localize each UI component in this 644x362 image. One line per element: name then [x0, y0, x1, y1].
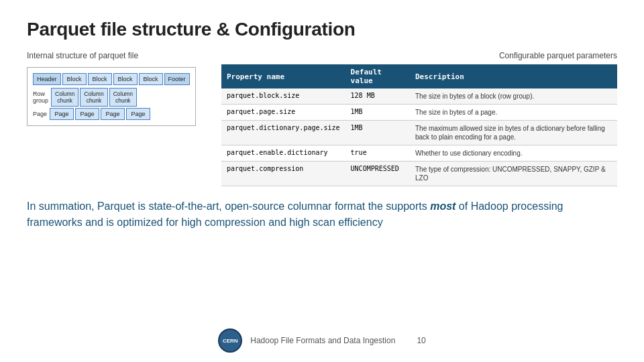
diagram-container: Header Block Block Block Block Footer Ro…	[27, 67, 196, 126]
slide-title: Parquet file structure & Configuration	[27, 19, 617, 40]
cell-default: 1MB	[345, 121, 410, 145]
cell-property: parquet.block.size	[221, 88, 345, 105]
summary-before: In summation, Parquet is state-of-the-ar…	[27, 200, 430, 212]
summary-italic: most	[430, 200, 455, 212]
block-cell-4: Block	[139, 73, 163, 85]
cell-description: The size in bytes of a page.	[410, 105, 617, 121]
table-row: parquet.block.size128 MBThe size in byte…	[221, 88, 617, 105]
col-chunk-1: Columnchunk	[51, 88, 78, 107]
cell-description: The maximum allowed size in bytes of a d…	[410, 121, 617, 145]
cell-default: 128 MB	[345, 88, 410, 105]
table-row: parquet.compressionUNCOMPRESSEDThe type …	[221, 162, 617, 186]
col-chunk-3: Columnchunk	[109, 88, 137, 107]
cell-default: UNCOMPRESSED	[345, 162, 410, 186]
th-property: Property name	[221, 64, 345, 88]
logo-text: CERN	[223, 338, 238, 344]
col-chunk-2: Columnchunk	[80, 88, 107, 107]
right-panel: Configurable parquet parameters Property…	[221, 51, 617, 186]
page-cell-1: Page	[50, 108, 74, 120]
footer-cell: Footer	[164, 73, 190, 85]
block-cell-3: Block	[113, 73, 138, 85]
page-cell-3: Page	[101, 108, 125, 120]
row-group-label: Rowgroup	[33, 90, 48, 104]
left-panel: Internal structure of parquet file Heade…	[27, 51, 201, 126]
cell-property: parquet.compression	[221, 162, 345, 186]
cell-property: parquet.enable.dictionary	[221, 145, 345, 162]
internal-label: Internal structure of parquet file	[27, 51, 201, 60]
slide: Parquet file structure & Configuration I…	[0, 0, 644, 362]
cell-property: parquet.page.size	[221, 105, 345, 121]
footer-page: 10	[417, 336, 425, 345]
content-area: Internal structure of parquet file Heade…	[27, 51, 617, 186]
block-cell-2: Block	[88, 73, 112, 85]
th-description: Description	[410, 64, 617, 88]
cell-description: The size in bytes of a block (row group)…	[410, 88, 617, 105]
summary-text: In summation, Parquet is state-of-the-ar…	[27, 198, 617, 231]
table-row: parquet.page.size1MBThe size in bytes of…	[221, 105, 617, 121]
footer: CERN Hadoop File Formats and Data Ingest…	[0, 328, 644, 353]
params-table: Property name Default value Description …	[221, 64, 617, 186]
footer-label: Hadoop File Formats and Data Ingestion	[250, 336, 395, 345]
cell-property: parquet.dictionary.page.size	[221, 121, 345, 145]
cell-default: true	[345, 145, 410, 162]
page-cell-4: Page	[126, 108, 150, 120]
table-row: parquet.dictionary.page.size1MBThe maxim…	[221, 121, 617, 145]
diagram-top-row: Header Block Block Block Block Footer	[33, 73, 190, 85]
table-row: parquet.enable.dictionarytrueWhether to …	[221, 145, 617, 162]
cell-description: Whether to use dictionary encoding.	[410, 145, 617, 162]
table-header-row: Property name Default value Description	[221, 64, 617, 88]
page-label: Page	[33, 111, 47, 117]
configurable-label: Configurable parquet parameters	[221, 51, 617, 60]
header-cell: Header	[33, 73, 61, 85]
cell-description: The type of compression: UNCOMPRESSED, S…	[410, 162, 617, 186]
page-cell-2: Page	[75, 108, 99, 120]
cell-default: 1MB	[345, 105, 410, 121]
th-default: Default value	[345, 64, 410, 88]
footer-logo: CERN	[218, 328, 242, 353]
block-cell-1: Block	[62, 73, 87, 85]
